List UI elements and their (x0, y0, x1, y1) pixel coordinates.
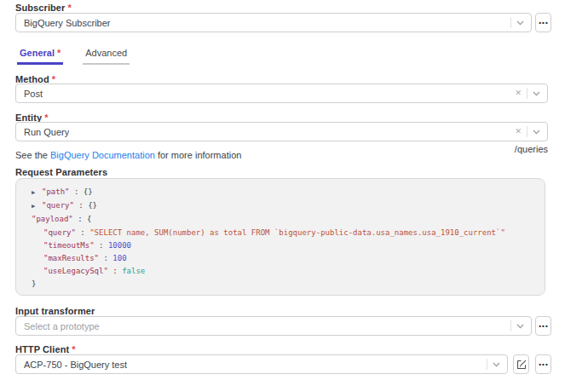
http-client-value: ACP-750 - BigQuery test (24, 360, 127, 370)
subscriber-more-button[interactable]: ••• (535, 13, 551, 32)
endpoint-hint: /queries (515, 144, 548, 154)
json-key: "payload" (32, 215, 73, 223)
json-line: "maxResults" : 100 (23, 252, 538, 265)
method-select[interactable]: Post ✕ (15, 83, 548, 103)
chevron-down-icon[interactable] (533, 130, 540, 135)
subscriber-select[interactable]: BigQuery Subscriber (15, 13, 532, 32)
required-marker: * (57, 48, 61, 58)
http-client-label-text: HTTP Client (15, 344, 69, 354)
request-parameters-label-text: Request Parameters (15, 167, 107, 177)
json-key: "query" (42, 201, 74, 210)
expand-icon[interactable]: ▶ (32, 187, 42, 199)
clear-icon[interactable]: ✕ (515, 89, 522, 97)
edit-icon (516, 360, 527, 370)
json-value: } (32, 279, 36, 288)
input-transformer-placeholder: Select a prototype (24, 321, 100, 331)
required-marker: * (67, 3, 71, 13)
divider (510, 320, 511, 331)
json-value: {} (84, 187, 93, 196)
subscriber-form: Subscriber* BigQuery Subscriber ••• Gene… (0, 0, 588, 380)
doc-note: See the BigQuery Documentation for more … (15, 150, 241, 160)
chevron-down-icon[interactable] (516, 20, 524, 26)
subscriber-label: Subscriber* (15, 3, 72, 13)
json-separator: : (99, 254, 112, 262)
divider (527, 126, 527, 137)
http-client-select[interactable]: ACP-750 - BigQuery test (15, 354, 508, 374)
json-line: "timeoutMs" : 10000 (23, 239, 538, 252)
input-transformer-select[interactable]: Select a prototype (15, 316, 532, 336)
json-value: { (87, 215, 91, 223)
json-line: "useLegacySql" : false (23, 265, 538, 278)
http-client-label: HTTP Client* (15, 344, 76, 354)
json-key: "path" (42, 187, 70, 196)
json-key: "query" (43, 228, 76, 237)
doc-note-prefix: See the (15, 150, 50, 160)
http-client-edit-button[interactable] (513, 354, 529, 374)
json-line: "query" : "SELECT name, SUM(number) as t… (23, 227, 538, 239)
input-transformer-more-button[interactable]: ••• (535, 316, 551, 336)
tab-general-label: General (20, 48, 55, 58)
bigquery-doc-link[interactable]: BigQuery Documentation (50, 150, 155, 160)
json-viewer: ▶"path" : {}▶"query" : {}"payload" : {"q… (15, 178, 545, 296)
json-separator: : (108, 267, 122, 275)
json-value: {} (88, 201, 97, 210)
json-value: "SELECT name, SUM(number) as total FROM … (89, 228, 505, 237)
json-line: } (23, 278, 538, 291)
tab-advanced-label: Advanced (85, 48, 127, 58)
divider (510, 17, 511, 28)
method-value: Post (24, 89, 43, 99)
http-client-more-button[interactable]: ••• (535, 354, 551, 374)
json-key: "timeoutMs" (43, 241, 95, 250)
json-line: "payload" : { (23, 213, 538, 226)
json-line: ▶"query" : {} (23, 199, 538, 213)
json-line: ▶"path" : {} (23, 186, 538, 199)
tab-advanced[interactable]: Advanced (83, 46, 130, 65)
expand-icon[interactable]: ▶ (32, 200, 42, 213)
clear-icon[interactable]: ✕ (515, 128, 522, 135)
chevron-down-icon[interactable] (493, 362, 500, 367)
chevron-down-icon[interactable] (533, 91, 540, 96)
divider (487, 359, 487, 370)
subscriber-value: BigQuery Subscriber (24, 18, 111, 28)
json-key: "maxResults" (43, 254, 99, 262)
json-value: 10000 (108, 241, 131, 250)
json-separator: : (73, 215, 87, 223)
divider (527, 88, 527, 99)
json-separator: : (74, 201, 88, 210)
chevron-down-icon[interactable] (516, 324, 524, 329)
tab-general[interactable]: General* (17, 46, 63, 65)
json-key: "useLegacySql" (43, 267, 108, 275)
json-separator: : (95, 241, 108, 250)
ellipsis-icon: ••• (539, 361, 548, 368)
required-marker: * (72, 344, 75, 354)
ellipsis-icon: ••• (539, 323, 548, 330)
ellipsis-icon: ••• (539, 20, 548, 26)
doc-note-suffix: for more information (155, 150, 241, 160)
entity-select[interactable]: Run Query ✕ (15, 122, 548, 141)
entity-value: Run Query (24, 127, 69, 137)
json-separator: : (76, 228, 89, 237)
subscriber-label-text: Subscriber (15, 3, 65, 13)
json-separator: : (70, 187, 84, 196)
input-transformer-label: Input transformer (15, 306, 95, 316)
input-transformer-label-text: Input transformer (15, 306, 95, 316)
json-value: 100 (112, 254, 126, 262)
json-value: false (122, 267, 145, 275)
tab-bar: General* Advanced (17, 46, 130, 65)
request-parameters-label: Request Parameters (15, 167, 107, 177)
